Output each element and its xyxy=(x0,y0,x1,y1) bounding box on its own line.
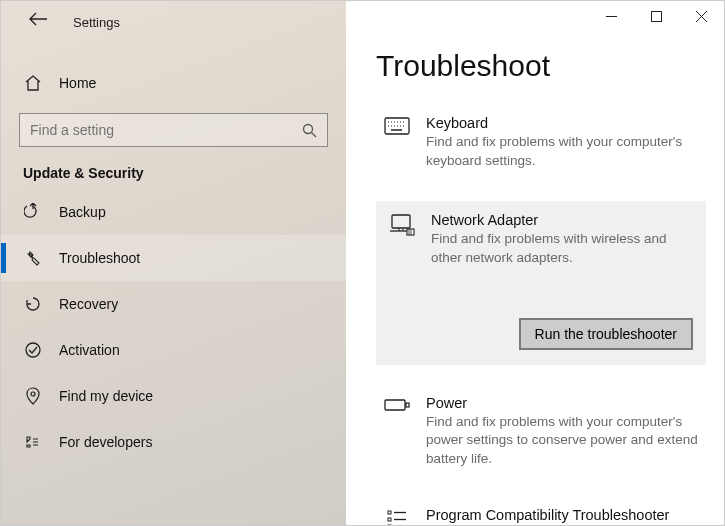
section-header: Update & Security xyxy=(1,147,346,189)
sidebar-item-find-my-device[interactable]: Find my device xyxy=(1,373,346,419)
back-icon[interactable] xyxy=(29,12,47,26)
sidebar-item-label: Backup xyxy=(59,204,106,220)
troubleshoot-icon xyxy=(23,249,43,267)
troubleshooter-network-adapter[interactable]: Network Adapter Find and fix problems wi… xyxy=(376,201,706,365)
sidebar-item-label: Recovery xyxy=(59,296,118,312)
svg-rect-26 xyxy=(406,403,409,407)
troubleshooter-desc: Find and fix problems with your computer… xyxy=(426,413,698,470)
sidebar-item-label: Activation xyxy=(59,342,120,358)
for-developers-icon xyxy=(23,433,43,451)
svg-point-0 xyxy=(304,124,313,133)
sidebar-item-label: For developers xyxy=(59,434,152,450)
svg-rect-34 xyxy=(652,11,662,21)
home-icon xyxy=(23,74,43,92)
program-compatibility-icon xyxy=(384,507,410,525)
search-input[interactable] xyxy=(30,122,302,138)
svg-line-1 xyxy=(312,132,317,137)
sidebar-item-for-developers[interactable]: For developers xyxy=(1,419,346,465)
search-icon xyxy=(302,123,317,138)
maximize-button[interactable] xyxy=(634,1,679,31)
sidebar-item-home[interactable]: Home xyxy=(1,61,346,105)
troubleshooter-desc: Find and fix problems with wireless and … xyxy=(431,230,693,268)
svg-rect-25 xyxy=(385,400,405,410)
sidebar-item-activation[interactable]: Activation xyxy=(1,327,346,373)
troubleshooter-power[interactable]: Power Find and fix problems with your co… xyxy=(376,387,706,478)
home-label: Home xyxy=(59,75,96,91)
troubleshooter-title: Network Adapter xyxy=(431,212,693,228)
svg-rect-29 xyxy=(388,518,391,521)
power-icon xyxy=(384,395,410,470)
troubleshooter-program-compatibility[interactable]: Program Compatibility Troubleshooter Fin… xyxy=(376,499,706,525)
sidebar-item-recovery[interactable]: Recovery xyxy=(1,281,346,327)
sidebar: Settings Home Update & Security Backup xyxy=(1,1,346,525)
app-title: Settings xyxy=(73,15,120,30)
minimize-button[interactable] xyxy=(589,1,634,31)
main-panel: Troubleshoot Keyboard Find and fix probl… xyxy=(346,1,724,525)
search-box[interactable] xyxy=(19,113,328,147)
backup-icon xyxy=(23,203,43,221)
svg-rect-18 xyxy=(392,215,410,228)
sidebar-item-label: Troubleshoot xyxy=(59,250,140,266)
svg-rect-22 xyxy=(407,229,414,235)
recovery-icon xyxy=(23,295,43,313)
svg-point-3 xyxy=(31,392,35,396)
titlebar-controls xyxy=(589,1,724,31)
troubleshooter-title: Program Compatibility Troubleshooter xyxy=(426,507,698,523)
sidebar-item-troubleshoot[interactable]: Troubleshoot xyxy=(1,235,346,281)
run-troubleshooter-button[interactable]: Run the troubleshooter xyxy=(519,318,693,350)
sidebar-nav: Backup Troubleshoot Recovery Activation xyxy=(1,189,346,465)
svg-point-2 xyxy=(26,343,40,357)
page-title: Troubleshoot xyxy=(376,49,706,83)
troubleshooter-desc: Find and fix problems with your computer… xyxy=(426,133,698,171)
troubleshooter-keyboard[interactable]: Keyboard Find and fix problems with your… xyxy=(376,107,706,179)
network-adapter-icon xyxy=(389,212,415,268)
troubleshooter-title: Keyboard xyxy=(426,115,698,131)
sidebar-item-backup[interactable]: Backup xyxy=(1,189,346,235)
svg-rect-27 xyxy=(388,511,391,514)
sidebar-item-label: Find my device xyxy=(59,388,153,404)
troubleshooter-title: Power xyxy=(426,395,698,411)
close-button[interactable] xyxy=(679,1,724,31)
activation-icon xyxy=(23,341,43,359)
keyboard-icon xyxy=(384,115,410,171)
settings-window: Settings Home Update & Security Backup xyxy=(0,0,725,526)
troubleshooter-list: Keyboard Find and fix problems with your… xyxy=(376,107,706,525)
find-my-device-icon xyxy=(23,387,43,405)
